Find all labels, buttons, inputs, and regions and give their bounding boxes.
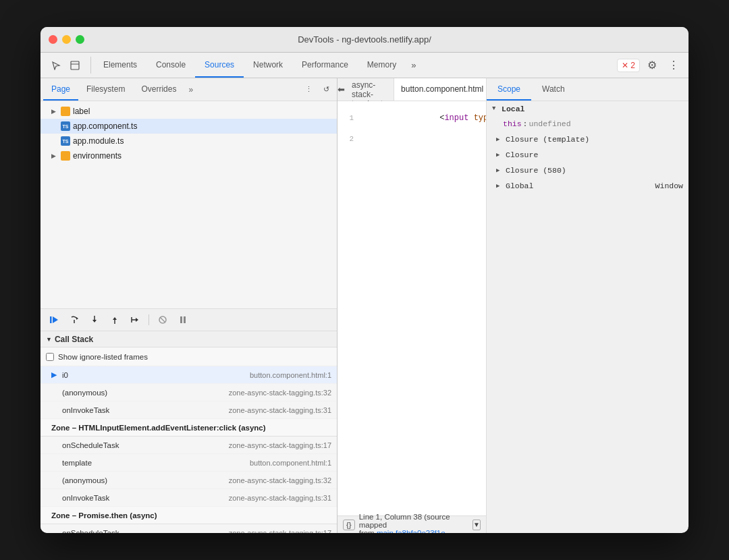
error-badge[interactable]: ✕ 2 [617, 59, 640, 72]
closure-template-arrow-icon: ▶ [496, 136, 503, 143]
tab-console[interactable]: Console [146, 53, 195, 78]
ignore-frames-checkbox[interactable] [46, 353, 54, 361]
code-editor: 1 <input type="button" value={{label}} (… [338, 101, 486, 515]
svg-rect-0 [71, 61, 79, 69]
refresh-button[interactable]: ↺ [318, 82, 334, 98]
new-file-button[interactable]: ⋮ [300, 82, 317, 98]
resume-button[interactable] [46, 312, 62, 328]
scope-closure-template: ▶ Closure (template) [487, 132, 688, 147]
tab-sources[interactable]: Sources [195, 53, 244, 78]
maximize-button[interactable] [76, 35, 84, 44]
step-over-button[interactable] [66, 312, 82, 328]
line-number-2: 2 [338, 135, 359, 143]
scope-closure-580-header[interactable]: ▶ Closure (580) [487, 163, 688, 177]
scope-this-val: undefined [529, 119, 571, 128]
svg-line-14 [160, 317, 165, 323]
env-folder-arrow-icon: ▶ [51, 152, 58, 159]
code-line-2: 2 [338, 132, 486, 146]
sub-tab-overrides[interactable]: Overrides [133, 78, 184, 101]
folder-arrow-icon: ▶ [51, 108, 58, 115]
svg-marker-9 [113, 317, 117, 320]
editor-tabs: ⬅ zone-async-stack-tagging.ts button.com… [338, 78, 486, 101]
sub-tabs: Page Filesystem Overrides » ⋮ ↺ [40, 78, 337, 101]
editor-tab-button-component[interactable]: button.component.html ✕ [394, 78, 486, 101]
step-out-button[interactable] [107, 312, 123, 328]
scope-closure-header[interactable]: ▶ Closure [487, 147, 688, 162]
status-bar: {} Line 1, Column 38 (source mapped from… [338, 515, 486, 533]
scope-closure-template-header[interactable]: ▶ Closure (template) [487, 132, 688, 146]
stack-frame-template[interactable]: template button.component.html:1 [40, 454, 337, 472]
tab-memory[interactable]: Memory [358, 53, 406, 78]
tab-elements[interactable]: Elements [94, 53, 146, 78]
tab-bar: Elements Console Sources Network Perform… [40, 53, 688, 78]
more-options-button[interactable]: ⋮ [664, 56, 683, 75]
devtools-window: DevTools - ng-devtools.netlify.app/ Elem… [40, 27, 688, 533]
call-stack-header[interactable]: ▼ Call Stack [40, 331, 337, 347]
scope-global-value: Window [655, 181, 683, 190]
svg-rect-16 [184, 316, 186, 323]
step-into-button[interactable] [86, 312, 103, 328]
scope-this-key: this [503, 119, 522, 128]
cursor-icon[interactable] [47, 57, 65, 74]
toolbar-separator-1 [148, 314, 149, 325]
scroll-indicator[interactable]: ▼ [473, 520, 481, 530]
scope-tab-watch[interactable]: Watch [531, 78, 576, 101]
svg-marker-3 [53, 316, 58, 323]
sub-tab-filesystem[interactable]: Filesystem [78, 78, 133, 101]
stack-frame-oninvoketask-2[interactable]: onInvokeTask zone-async-stack-tagging.ts… [40, 489, 337, 507]
ts-file-icon: TS [61, 121, 70, 131]
pause-on-exceptions-button[interactable] [175, 312, 191, 328]
scope-content: ▼ Local this : undefined ▶ Clo [487, 101, 688, 533]
svg-marker-11 [136, 318, 138, 322]
line-content-1[interactable]: <input type="button" value={{label}} (cl… [359, 104, 486, 132]
call-stack-arrow-icon: ▼ [46, 336, 52, 343]
dock-icon[interactable] [66, 57, 84, 74]
call-stack-panel: ▼ Call Stack Show ignore-listed frames ▶… [40, 331, 337, 533]
sub-tab-more-button[interactable]: » [184, 78, 197, 101]
editor-back-button[interactable]: ⬅ [338, 78, 345, 101]
deactivate-button[interactable] [155, 312, 171, 328]
scope-global: ▶ Global Window [487, 178, 688, 194]
source-map-link[interactable]: main.fa8bfa0e23f1e [377, 529, 446, 534]
tab-more-button[interactable]: » [406, 53, 421, 78]
tab-network[interactable]: Network [244, 53, 292, 78]
editor-tab-zone-async[interactable]: zone-async-stack-tagging.ts [345, 78, 394, 101]
main-content: Page Filesystem Overrides » ⋮ ↺ [40, 78, 688, 533]
stack-frame-onscheduletask-2[interactable]: onScheduleTask zone-async-stack-tagging.… [40, 524, 337, 533]
scope-global-header[interactable]: ▶ Global Window [487, 178, 688, 193]
ignore-frames-row: Show ignore-listed frames [40, 347, 337, 366]
svg-rect-2 [50, 316, 52, 323]
tree-item-environments[interactable]: ▶ environments [40, 148, 337, 163]
scope-local-header[interactable]: ▼ Local [487, 101, 688, 116]
scope-panel: Scope Watch ▼ Local this [486, 78, 688, 533]
scope-closure-580: ▶ Closure (580) [487, 163, 688, 178]
stack-frame-oninvoketask-1[interactable]: onInvokeTask zone-async-stack-tagging.ts… [40, 401, 337, 419]
close-button[interactable] [49, 35, 57, 44]
stack-frame-anonymous-2[interactable]: (anonymous) zone-async-stack-tagging.ts:… [40, 472, 337, 489]
sub-tab-page[interactable]: Page [43, 78, 78, 101]
tree-item-app-module[interactable]: TS app.module.ts [40, 134, 337, 148]
status-text: Line 1, Column 38 (source mapped from ma… [359, 513, 468, 534]
tree-item-label-folder[interactable]: ▶ label [40, 104, 337, 119]
svg-marker-4 [76, 317, 78, 320]
scope-tabs: Scope Watch [487, 78, 688, 101]
current-frame-arrow-icon: ▶ [51, 370, 59, 379]
settings-button[interactable]: ⚙ [643, 56, 662, 75]
format-toggle[interactable]: {} [343, 520, 355, 530]
scope-tab-scope[interactable]: Scope [487, 78, 531, 101]
stack-frame-anonymous-1[interactable]: (anonymous) zone-async-stack-tagging.ts:… [40, 384, 337, 401]
stack-frame-onscheduletask-1[interactable]: onScheduleTask zone-async-stack-tagging.… [40, 437, 337, 454]
closure-arrow-icon: ▶ [496, 151, 503, 159]
env-folder-icon [61, 151, 70, 161]
traffic-lights [49, 35, 84, 44]
tab-separator [90, 57, 91, 74]
svg-rect-15 [180, 316, 182, 323]
step-button[interactable] [127, 312, 143, 328]
window-title: DevTools - ng-devtools.netlify.app/ [298, 34, 431, 45]
tree-item-app-component[interactable]: TS app.component.ts [40, 119, 337, 134]
left-panel: Page Filesystem Overrides » ⋮ ↺ [40, 78, 338, 533]
global-arrow-icon: ▶ [496, 182, 503, 190]
minimize-button[interactable] [62, 35, 71, 44]
stack-frame-i0[interactable]: ▶ i0 button.component.html:1 [40, 366, 337, 384]
tab-performance[interactable]: Performance [292, 53, 358, 78]
